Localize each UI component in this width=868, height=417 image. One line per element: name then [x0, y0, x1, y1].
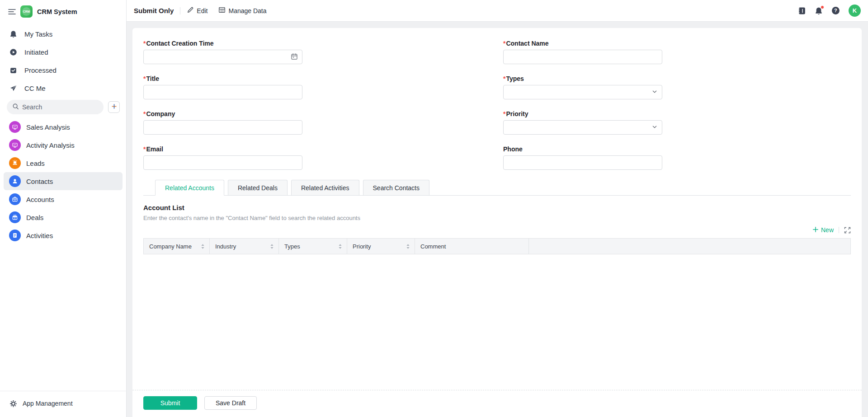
sidebar-item-leads[interactable]: Leads [4, 154, 123, 172]
form-card: *Contact Creation Time *Contact Name [132, 28, 862, 417]
user-avatar[interactable]: K [849, 5, 861, 17]
sidebar: CRM CRM System My Tasks Initiated [0, 0, 127, 417]
sidebar-search-row: Search [0, 97, 126, 118]
account-table-body [143, 254, 851, 381]
field-label: *Company [143, 110, 302, 117]
column-header-industry[interactable]: Industry [210, 239, 279, 254]
field-contact-creation-time: *Contact Creation Time [143, 40, 302, 64]
sidebar-item-processed[interactable]: Processed [4, 61, 123, 79]
sidebar-item-accounts[interactable]: Accounts [4, 190, 123, 208]
edit-label: Edit [197, 7, 208, 14]
new-button[interactable]: New [812, 226, 834, 234]
column-header-comment: Comment [415, 239, 529, 254]
app-management-button[interactable]: App Management [4, 395, 123, 412]
new-button-label: New [821, 226, 834, 234]
sidebar-item-label: Processed [24, 66, 57, 74]
field-email: *Email [143, 145, 302, 170]
document-icon [9, 230, 21, 241]
tab-search-contacts[interactable]: Search Contacts [363, 180, 430, 195]
svg-text:?: ? [834, 8, 837, 13]
company-input[interactable] [143, 120, 302, 135]
manage-data-button[interactable]: Manage Data [218, 6, 266, 15]
menu-collapse-icon[interactable] [8, 9, 16, 15]
sidebar-item-initiated[interactable]: Initiated [4, 43, 123, 61]
play-circle-icon [9, 48, 17, 56]
search-icon [12, 103, 19, 111]
save-draft-button[interactable]: Save Draft [204, 396, 257, 410]
section-subtitle: Enter the contact's name in the "Contact… [143, 215, 851, 221]
tab-related-accounts[interactable]: Related Accounts [155, 180, 224, 196]
email-input[interactable] [143, 155, 302, 170]
column-header-types[interactable]: Types [279, 239, 347, 254]
edit-button[interactable]: Edit [187, 6, 208, 15]
sort-icon[interactable] [197, 244, 205, 249]
account-table: Company Name Industry Types [143, 238, 851, 381]
search-input[interactable]: Search [7, 100, 104, 114]
sidebar-footer-label: App Management [23, 400, 73, 407]
sidebar-item-label: My Tasks [24, 30, 52, 38]
sidebar-item-cc-me[interactable]: CC Me [4, 79, 123, 97]
field-label: *Email [143, 145, 302, 153]
toolbar-divider [839, 227, 839, 233]
gift-icon [9, 211, 21, 223]
types-select[interactable] [503, 85, 662, 99]
crm-app: CRM CRM System My Tasks Initiated [0, 0, 868, 417]
sort-icon[interactable] [335, 244, 342, 249]
journal-icon[interactable] [798, 7, 806, 15]
sidebar-item-my-tasks[interactable]: My Tasks [4, 25, 123, 43]
field-contact-name: *Contact Name [503, 40, 662, 64]
contact-form: *Contact Creation Time *Contact Name [143, 40, 851, 170]
chevron-down-icon [651, 89, 658, 96]
column-header-priority[interactable]: Priority [347, 239, 415, 254]
related-tabs: Related Accounts Related Deals Related A… [143, 180, 851, 196]
sidebar-item-deals[interactable]: Deals [4, 208, 123, 226]
tab-related-deals[interactable]: Related Deals [228, 180, 288, 195]
field-phone: Phone [503, 145, 662, 170]
help-icon[interactable]: ? [831, 6, 840, 15]
contact-name-input[interactable] [503, 50, 662, 64]
app-logo-icon: CRM [20, 5, 33, 18]
sidebar-item-sales-analysis[interactable]: Sales Analysis [4, 118, 123, 136]
field-label: Phone [503, 145, 662, 153]
field-label: *Contact Name [503, 40, 662, 47]
sidebar-item-activity-analysis[interactable]: Activity Analysis [4, 136, 123, 154]
bell-icon [9, 30, 17, 38]
field-label: *Contact Creation Time [143, 40, 302, 47]
sidebar-item-contacts[interactable]: Contacts [4, 172, 123, 190]
priority-select[interactable] [503, 120, 662, 135]
app-title: CRM System [37, 8, 77, 15]
field-label: *Types [503, 75, 662, 82]
sidebar-app-menu: Sales Analysis Activity Analysis Leads C… [0, 118, 126, 244]
add-app-button[interactable] [108, 101, 120, 113]
sort-icon[interactable] [266, 244, 274, 249]
submit-button[interactable]: Submit [143, 396, 197, 410]
sidebar-item-label: CC Me [24, 84, 46, 92]
table-grid-icon [218, 6, 226, 15]
column-header-company-name[interactable]: Company Name [144, 239, 210, 254]
field-company: *Company [143, 110, 302, 135]
sidebar-footer: App Management [0, 391, 126, 417]
form-footer: Submit Save Draft [132, 390, 862, 417]
person-icon [9, 175, 21, 187]
field-title: *Title [143, 75, 302, 99]
sidebar-item-label: Activity Analysis [26, 141, 75, 149]
notifications-bell-icon[interactable] [815, 7, 823, 15]
account-list-section: Account List Enter the contact's name in… [143, 204, 851, 221]
sidebar-item-label: Deals [26, 214, 43, 221]
account-table-header: Company Name Industry Types [143, 238, 851, 254]
tab-related-activities[interactable]: Related Activities [291, 180, 359, 195]
sort-icon[interactable] [402, 244, 410, 249]
contact-creation-time-input[interactable] [143, 50, 302, 64]
main-area: Submit Only Edit Manage Data [127, 0, 868, 417]
sidebar-item-label: Sales Analysis [26, 123, 70, 131]
siren-icon [9, 157, 21, 169]
logo-text: CRM [23, 10, 30, 13]
table-toolbar: New [143, 225, 851, 235]
paper-plane-icon [9, 84, 17, 92]
field-label: *Title [143, 75, 302, 82]
title-input[interactable] [143, 85, 302, 99]
phone-input[interactable] [503, 155, 662, 170]
sidebar-item-activities[interactable]: Activities [4, 226, 123, 244]
sidebar-item-label: Accounts [26, 196, 54, 203]
expand-icon[interactable] [844, 227, 851, 234]
